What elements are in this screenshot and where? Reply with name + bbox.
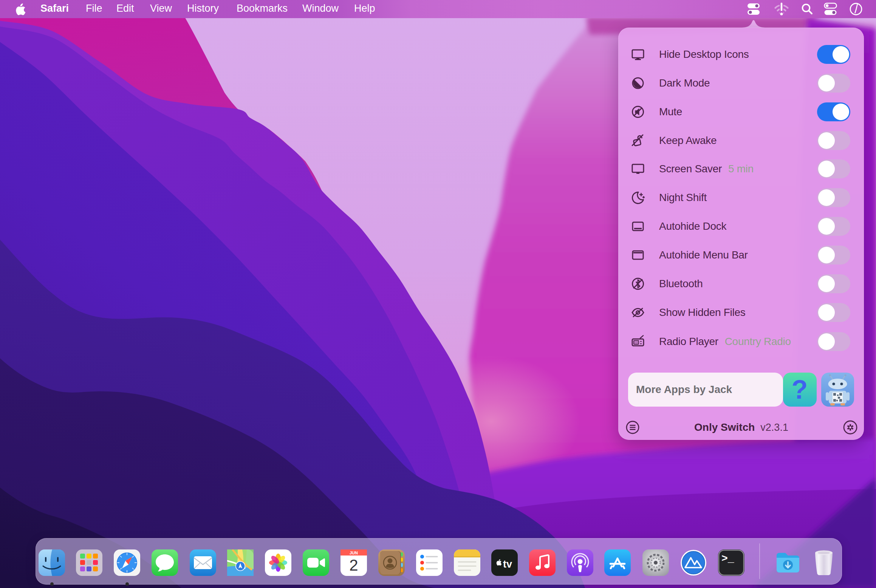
svg-text:2: 2 <box>349 556 358 574</box>
svg-text:JUN: JUN <box>350 551 358 555</box>
svg-text:?: ? <box>792 375 808 404</box>
svg-text:tv: tv <box>503 559 512 570</box>
svg-text:>_: >_ <box>721 553 734 565</box>
